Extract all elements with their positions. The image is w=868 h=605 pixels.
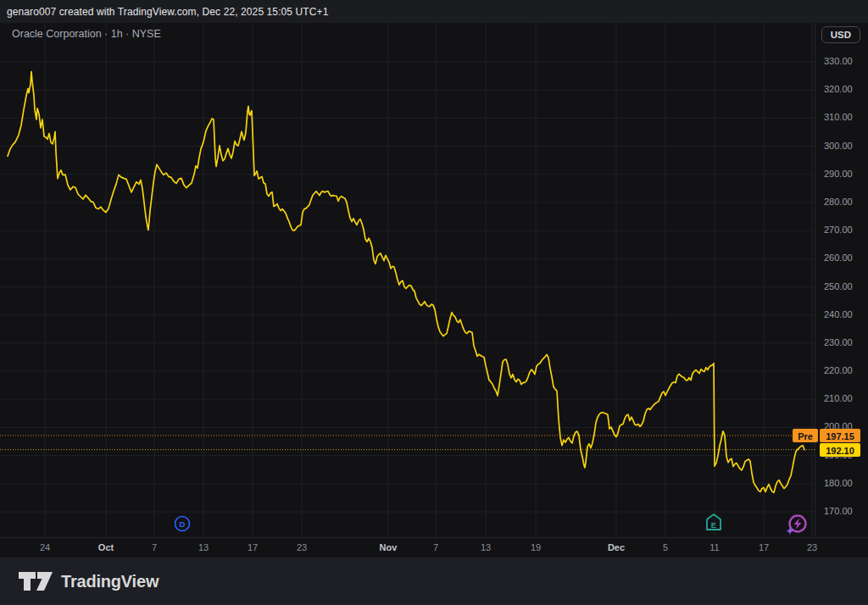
price-axis-label: 270.00 [824,225,853,235]
attribution-bar: genaro007 created with TradingView.com, … [0,0,868,23]
tradingview-logo-text: TradingView [61,572,159,591]
price-chart-pane[interactable]: DE [0,23,815,537]
pre-market-label: Pre [793,429,818,442]
currency-toggle-button[interactable]: USD [821,26,860,43]
price-axis-label: 240.00 [824,309,853,319]
chart-area: Oracle Corporation · 1h · NYSE USD DE 33… [0,23,868,558]
time-axis-label: 13 [481,542,491,552]
price-axis-label: 180.00 [824,478,853,488]
dividend-letter: D [180,519,186,529]
footer-bar: TradingView [0,558,868,605]
time-axis-label: Dec [608,542,625,552]
price-axis-label: 320.00 [824,84,853,94]
time-axis-label: 17 [759,542,769,552]
pre-market-price: 197.15 [820,429,860,442]
time-axis-label: 24 [40,542,50,552]
price-line-series [8,72,804,493]
time-axis-label: 23 [807,542,817,552]
price-axis-label: 280.00 [824,197,853,207]
time-axis-label: 17 [248,542,258,552]
time-axis-label: 11 [709,542,719,552]
tradingview-logo[interactable]: TradingView [19,572,159,591]
tradingview-logo-icon [19,572,53,591]
flash-sparkle [786,527,794,536]
price-axis-label: 220.00 [824,365,853,375]
flash-bolt [794,519,802,530]
price-axis-label: 300.00 [824,141,853,151]
price-axis-label: 210.00 [824,393,853,403]
price-axis-label: 290.00 [824,169,853,179]
price-axis-label: 310.00 [824,112,853,122]
earnings-marker-icon[interactable]: E [707,514,721,530]
price-axis[interactable]: 330.00320.00310.00300.00290.00280.00270.… [815,23,868,537]
price-axis-label: 170.00 [824,506,853,516]
last-price: 192.10 [820,443,860,457]
pre-market-price-badge: Pre 197.15 [793,429,860,442]
time-axis-label: 23 [297,542,307,552]
attribution-text: genaro007 created with TradingView.com, … [0,6,328,18]
earnings-letter: E [711,520,716,530]
time-axis[interactable]: 24Oct7131723Nov71319Dec5111723 [0,537,868,558]
time-axis-label: Nov [380,542,398,552]
flash-marker-icon[interactable] [786,516,806,536]
chart-title: Oracle Corporation · 1h · NYSE [12,28,161,40]
time-axis-label: Oct [98,542,114,552]
time-axis-label: 5 [663,542,668,552]
time-axis-label: 13 [198,542,209,552]
last-price-badge: 192.10 [820,443,860,457]
time-axis-label: 7 [433,542,438,552]
time-axis-label: 7 [152,542,157,552]
price-axis-label: 330.00 [824,56,853,66]
price-axis-label: 230.00 [824,337,853,347]
price-axis-label: 250.00 [824,281,853,291]
time-axis-label: 19 [531,542,541,552]
dividend-marker-icon[interactable]: D [175,517,190,531]
price-axis-label: 260.00 [824,253,853,263]
